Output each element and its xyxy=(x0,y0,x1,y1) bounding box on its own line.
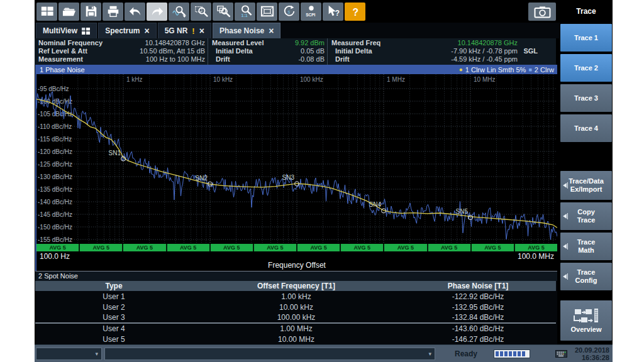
save-icon xyxy=(84,4,99,18)
table-row[interactable]: User 41.00 MHz-143.60 dBc/Hz xyxy=(35,323,556,334)
svg-text:-150 dBc/Hz: -150 dBc/Hz xyxy=(38,224,72,231)
avg-count-segment: AVG 5 xyxy=(211,244,254,251)
status-dropdown-main[interactable]: ▾ xyxy=(104,348,435,360)
svg-text:s: s xyxy=(287,9,290,15)
softkey-trace-3[interactable]: Trace 3 xyxy=(560,84,612,112)
close-icon[interactable]: × xyxy=(269,26,274,35)
keyboard-icon[interactable] xyxy=(555,349,567,361)
table-cell: -122.92 dBc/Hz xyxy=(400,291,556,302)
chevron-down-icon: ▾ xyxy=(428,351,431,357)
progress-segment xyxy=(500,351,503,356)
svg-text:-95 dBc/Hz: -95 dBc/Hz xyxy=(38,85,69,92)
chevron-down-icon: ▾ xyxy=(95,351,98,357)
svg-text:1 MHz: 1 MHz xyxy=(387,76,405,83)
scpi-remote-icon: SCPI xyxy=(304,4,319,18)
table-row[interactable]: User 11.00 kHz-122.92 dBc/Hz xyxy=(35,291,556,302)
softkey-trace-data-ex-import[interactable]: Trace/DataEx/Import xyxy=(560,171,612,200)
softkey-label: Trace/DataEx/Import xyxy=(569,177,604,194)
spot-noise-header: TypeOffset Frequency [T1]Phase Noise [T1… xyxy=(35,281,556,291)
svg-text:10 kHz: 10 kHz xyxy=(213,76,233,83)
keyboard-icon xyxy=(555,349,567,359)
save-button[interactable] xyxy=(80,3,101,21)
info-value: 10.50 dBm, Att 15 dB xyxy=(140,47,205,55)
context-help-button[interactable]: ? xyxy=(323,3,343,21)
zoom-trace-icon xyxy=(172,4,187,18)
svg-text:-140 dBc/Hz: -140 dBc/Hz xyxy=(38,199,72,206)
spot-noise-column-header: Type xyxy=(35,281,192,291)
table-cell: 1.00 MHz xyxy=(192,323,400,334)
info-row: Measured Freq10.148420878 GHz xyxy=(331,39,553,47)
info-label: Measured Level xyxy=(212,39,264,47)
softkey-copy-trace[interactable]: CopyTrace xyxy=(560,202,612,230)
softkey-trace-math[interactable]: TraceMath xyxy=(560,233,612,260)
softkey-trace-4[interactable]: Trace 4 xyxy=(560,114,612,142)
status-bar: ▾ ▾ Ready 20.09.2018 16:36:28 xyxy=(35,344,613,362)
tab-5g-nr[interactable]: 5G NR!× xyxy=(158,23,211,38)
status-dropdown-left[interactable]: ▾ xyxy=(36,348,102,360)
zoom-1to1-button[interactable]: 1:1 xyxy=(235,3,255,21)
redo-button[interactable] xyxy=(147,3,167,21)
svg-text:-135 dBc/Hz: -135 dBc/Hz xyxy=(38,186,72,193)
measurement-info-bar: Nominal Frequency10.148420878 GHzRef Lev… xyxy=(35,38,556,65)
close-icon[interactable]: × xyxy=(199,26,204,35)
instrument-app: 1:1sSCPI?? MultiViewSpectrum×5G NR!×Phas… xyxy=(35,0,613,362)
redo-icon xyxy=(150,4,165,18)
print-button[interactable] xyxy=(103,3,123,21)
svg-text:-125 dBc/Hz: -125 dBc/Hz xyxy=(38,161,72,168)
trace2-legend-dot: ■ xyxy=(528,67,531,73)
help-button[interactable]: ? xyxy=(345,3,365,21)
avg-count-segment: AVG 5 xyxy=(167,244,211,251)
softkey-label: CopyTrace xyxy=(577,208,596,224)
svg-text:-115 dBc/Hz: -115 dBc/Hz xyxy=(38,136,72,143)
zoom-trace-button[interactable] xyxy=(169,3,189,21)
single-sweep-icon: s xyxy=(282,4,297,18)
tab-multiview[interactable]: MultiView xyxy=(36,23,97,38)
zoom-multi-button[interactable] xyxy=(213,3,233,21)
spot-noise-table: TypeOffset Frequency [T1]Phase Noise [T1… xyxy=(35,281,556,344)
svg-text:SCPI: SCPI xyxy=(306,13,315,17)
single-sweep-button[interactable]: s xyxy=(279,3,299,21)
info-label: Nominal Frequency xyxy=(38,39,103,47)
zoom-area-button[interactable] xyxy=(191,3,211,21)
table-row[interactable]: User 510.00 MHz-146.27 dBc/Hz xyxy=(35,334,556,344)
open-folder-button[interactable] xyxy=(58,3,79,21)
softkey-trace-config[interactable]: TraceConfig xyxy=(560,263,612,290)
table-row[interactable]: User 3100.00 kHz-132.84 dBc/Hz xyxy=(35,312,556,323)
submenu-arrow-icon xyxy=(563,182,568,189)
softkey-overview[interactable]: Overview xyxy=(560,300,612,341)
toolbar: 1:1sSCPI?? xyxy=(35,0,560,23)
svg-text:10 MHz: 10 MHz xyxy=(474,76,495,83)
svg-text:1:1: 1:1 xyxy=(241,13,247,18)
tab-label: MultiView xyxy=(43,26,77,35)
zoom-multi-icon xyxy=(216,4,231,18)
table-cell: User 5 xyxy=(35,334,192,344)
tab-spectrum[interactable]: Spectrum× xyxy=(98,23,157,38)
close-icon[interactable]: × xyxy=(144,26,149,35)
scpi-remote-button[interactable]: SCPI xyxy=(301,3,321,21)
table-cell: User 4 xyxy=(35,323,192,334)
info-row: Drift-4.59 kHz / -0.45 ppm xyxy=(331,55,553,63)
softkey-trace-1[interactable]: Trace 1 xyxy=(560,24,612,52)
tab-label: 5G NR xyxy=(165,26,188,35)
overview-icon xyxy=(574,308,599,324)
phase-noise-titlebar: 1 Phase Noise ● 1 Clrw Lin Smth 5% ■ 2 C… xyxy=(36,65,557,74)
average-count-bar: AVG 5AVG 5AVG 5AVG 5AVG 5AVG 5AVG 5AVG 5… xyxy=(36,244,557,251)
phase-noise-chart[interactable]: 1 kHz10 kHz100 kHz1 MHz10 MHz-95 dBc/Hz-… xyxy=(36,74,557,244)
warning-icon: ! xyxy=(192,26,194,36)
phase-noise-window: 1 Phase Noise ● 1 Clrw Lin Smth 5% ■ 2 C… xyxy=(35,65,557,271)
softkey-label: Overview xyxy=(571,326,602,334)
table-cell: 10.00 kHz xyxy=(192,302,400,312)
softkey-label: Trace 1 xyxy=(574,34,598,42)
softkey-label: TraceConfig xyxy=(575,268,597,285)
undo-button[interactable] xyxy=(125,3,145,21)
softkey-trace-2[interactable]: Trace 2 xyxy=(560,54,612,82)
softkey-sidebar: Trace Trace 1Trace 2Trace 3Trace 4Trace/… xyxy=(560,0,613,344)
display-window-button[interactable] xyxy=(257,3,277,21)
tab-phase-noise[interactable]: Phase Noise× xyxy=(213,23,281,38)
windows-logo-button[interactable] xyxy=(36,3,57,21)
table-row[interactable]: User 210.00 kHz-132.95 dBc/Hz xyxy=(35,302,556,312)
info-row: Initial Delta-7.90 kHz / -0.78 ppm xyxy=(331,47,553,55)
table-cell: User 3 xyxy=(35,312,192,323)
camera-button[interactable] xyxy=(528,3,556,21)
info-row: Drift-0.08 dB xyxy=(212,55,325,63)
